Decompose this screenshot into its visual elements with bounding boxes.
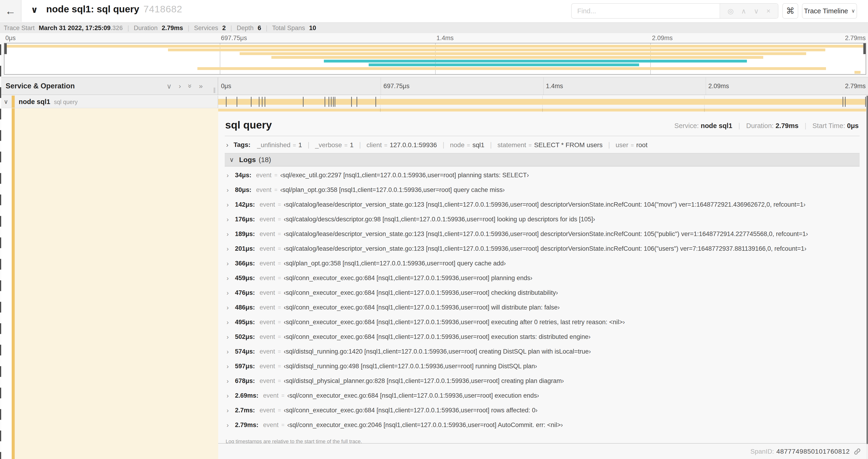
- minimap-left-scrubber[interactable]: [4, 43, 7, 54]
- right-scrollbar[interactable]: [866, 96, 868, 459]
- double-chevron-down-icon[interactable]: »: [186, 84, 194, 88]
- log-marker-tick: [375, 97, 376, 107]
- log-row[interactable]: ›201μs:event=‹sql/catalog/lease/descript…: [225, 241, 860, 256]
- page-title: node sql1: sql query7418682: [46, 4, 182, 15]
- chevron-down-icon[interactable]: ∨: [31, 5, 38, 15]
- axis-tick-label: 2.09ms: [706, 83, 729, 90]
- trace-view-selector[interactable]: Trace Timeline ∨: [802, 3, 857, 19]
- axis-tick-label: 2.79ms: [845, 83, 866, 90]
- span-name-cell[interactable]: ∨ node sql1sql query: [0, 96, 218, 108]
- tag-item[interactable]: _unfinished=1: [257, 141, 302, 149]
- minimap-span-bar: [271, 56, 763, 59]
- minimap-canvas[interactable]: [4, 43, 866, 75]
- log-marker-tick: [262, 97, 262, 107]
- service-label: Service:: [674, 122, 699, 129]
- tag-item[interactable]: node=sql1: [450, 141, 485, 149]
- chevron-right-icon[interactable]: ›: [225, 260, 235, 267]
- chevron-right-icon[interactable]: ›: [225, 378, 235, 385]
- log-marker-tick: [331, 97, 332, 107]
- chevron-right-icon[interactable]: ›: [225, 245, 235, 253]
- chevron-right-icon[interactable]: ›: [225, 289, 235, 297]
- chevron-right-icon[interactable]: ›: [225, 304, 235, 312]
- log-row[interactable]: ›597μs:event=‹sql/distsql_running.go:498…: [225, 359, 860, 374]
- log-row[interactable]: ›34μs:event=‹sql/exec_util.go:2297 [nsql…: [225, 168, 860, 183]
- chevron-right-icon[interactable]: ›: [225, 216, 235, 223]
- info-separator: |: [266, 25, 268, 32]
- double-chevron-right-icon[interactable]: »: [199, 82, 203, 90]
- log-row[interactable]: ›366μs:event=‹sql/plan_opt.go:358 [nsql1…: [225, 256, 860, 271]
- keyboard-shortcuts-button[interactable]: ⌘: [782, 3, 798, 19]
- chevron-down-icon[interactable]: ∨: [4, 98, 8, 105]
- locate-icon[interactable]: ◎: [727, 7, 734, 15]
- chevron-right-icon[interactable]: ›: [226, 141, 228, 149]
- back-button[interactable]: ←: [0, 0, 22, 22]
- log-row[interactable]: ›476μs:event=‹sql/conn_executor_exec.go:…: [225, 286, 860, 300]
- tag-item[interactable]: client=127.0.0.1:59936: [367, 141, 437, 149]
- logs-list: ›34μs:event=‹sql/exec_util.go:2297 [nsql…: [225, 167, 860, 432]
- spanid-label: SpanID:: [750, 448, 774, 455]
- log-row[interactable]: ›80μs:event=‹sql/plan_opt.go:358 [nsql1,…: [225, 183, 860, 197]
- logs-header[interactable]: ∨ Logs (18): [225, 153, 860, 167]
- tag-item[interactable]: _verbose=1: [315, 141, 353, 149]
- log-row[interactable]: ›2.79ms:event=‹sql/conn_executor_exec.go…: [225, 418, 860, 432]
- column-resizer[interactable]: ∥: [213, 87, 216, 93]
- service-operation-label: Service & Operation: [6, 82, 75, 90]
- chevron-down-icon[interactable]: ∨: [754, 7, 759, 15]
- chevron-right-icon[interactable]: ›: [225, 348, 235, 355]
- trace-title-text: node sql1: sql query: [46, 4, 139, 14]
- log-row[interactable]: ›459μs:event=‹sql/conn_executor_exec.go:…: [225, 271, 860, 286]
- minimap-right-scrubber[interactable]: [863, 43, 866, 54]
- log-row[interactable]: ›574μs:event=‹sql/distsql_running.go:142…: [225, 344, 860, 359]
- log-row[interactable]: ›176μs:event=‹sql/catalog/descs/descript…: [225, 212, 860, 227]
- log-row[interactable]: ›502μs:event=‹sql/conn_executor_exec.go:…: [225, 330, 860, 344]
- chevron-down-icon[interactable]: ∨: [229, 156, 234, 163]
- trace-info-item: Trace Start March 31 2022, 17:25:09.326: [4, 25, 123, 32]
- trace-info-item: Services 2: [194, 25, 226, 32]
- chevron-right-icon[interactable]: ›: [225, 363, 235, 370]
- tag-separator: |: [443, 141, 444, 149]
- detail-area: sql query Service: node sql1 | Duration:…: [218, 108, 866, 459]
- tag-item[interactable]: user=root: [616, 141, 648, 149]
- span-bar[interactable]: [218, 99, 866, 105]
- log-row[interactable]: ›142μs:event=‹sql/catalog/lease/descript…: [225, 197, 860, 212]
- log-row[interactable]: ›678μs:event=‹sql/distsql_physical_plann…: [225, 374, 860, 388]
- chevron-right-icon[interactable]: ›: [225, 186, 235, 194]
- log-marker-tick: [237, 97, 237, 107]
- chevron-right-icon[interactable]: ›: [179, 82, 181, 90]
- detail-meta: Service: node sql1 | Duration: 2.79ms | …: [674, 122, 859, 131]
- chevron-right-icon[interactable]: ›: [225, 319, 235, 326]
- chevron-right-icon[interactable]: ›: [225, 201, 235, 208]
- log-marker-tick: [265, 97, 265, 107]
- log-row[interactable]: ›486μs:event=‹sql/conn_executor_exec.go:…: [225, 300, 860, 315]
- close-icon[interactable]: ×: [766, 7, 771, 15]
- chevron-right-icon[interactable]: ›: [225, 333, 235, 341]
- left-edge-scrollbar[interactable]: [0, 44, 1, 459]
- tags-row[interactable]: › Tags: _unfinished=1|_verbose=1|client=…: [225, 136, 860, 153]
- chevron-right-icon[interactable]: ›: [225, 407, 235, 414]
- log-row[interactable]: ›2.69ms:event=‹sql/conn_executor_exec.go…: [225, 388, 860, 403]
- chevron-right-icon[interactable]: ›: [225, 230, 235, 238]
- find-input[interactable]: [572, 4, 720, 18]
- log-row[interactable]: ›495μs:event=‹sql/conn_executor_exec.go:…: [225, 315, 860, 330]
- chevron-right-icon[interactable]: ›: [225, 172, 235, 179]
- minimap-axis: 0μs697.75μs1.4ms2.09ms2.79ms: [4, 35, 866, 43]
- log-row[interactable]: ›2.7ms:event=‹sql/conn_executor_exec.go:…: [225, 403, 860, 418]
- chevron-up-icon[interactable]: ∧: [741, 7, 746, 15]
- chevron-right-icon[interactable]: ›: [225, 274, 235, 282]
- link-icon[interactable]: [854, 448, 861, 455]
- chevron-right-icon[interactable]: ›: [225, 421, 235, 429]
- chevron-right-icon[interactable]: ›: [225, 392, 235, 399]
- span-bar-area[interactable]: [218, 96, 866, 108]
- start-time-value: 0μs: [847, 122, 859, 129]
- tag-item[interactable]: statement=SELECT * FROM users: [497, 141, 603, 149]
- chevron-down-icon[interactable]: ∨: [166, 82, 172, 90]
- detail-title: sql query: [225, 119, 272, 131]
- span-detail-row: sql query Service: node sql1 | Duration:…: [0, 108, 868, 459]
- timeline-gridline: [542, 108, 543, 112]
- trace-info-item: Duration 2.79ms: [134, 25, 183, 32]
- log-row[interactable]: ›189μs:event=‹sql/catalog/lease/descript…: [225, 227, 860, 241]
- minimap-span-bar: [855, 71, 861, 74]
- right-scrollbar-thumb[interactable]: [867, 96, 868, 444]
- service-operation-header: Service & Operation ∨ › » » ∥: [0, 77, 218, 95]
- span-detail-panel: sql query Service: node sql1 | Duration:…: [218, 112, 866, 444]
